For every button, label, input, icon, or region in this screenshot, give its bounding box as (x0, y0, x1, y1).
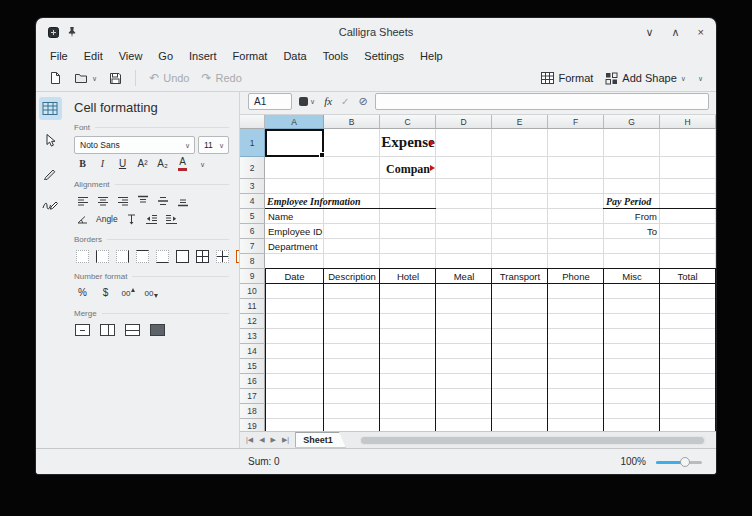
add-shape-button[interactable]: Add Shape ∨ (600, 69, 691, 88)
row-header[interactable]: 12 (240, 314, 265, 329)
font-color-dropdown[interactable]: ∨ (194, 156, 211, 172)
merge-cells-button[interactable] (74, 322, 91, 338)
next-sheet-button[interactable]: ▶ (268, 436, 279, 444)
menu-item-settings[interactable]: Settings (356, 48, 412, 64)
bold-button[interactable]: B (74, 156, 91, 172)
superscript-button[interactable]: A² (134, 156, 151, 172)
zoom-slider[interactable] (656, 456, 702, 468)
maximize-button[interactable]: ∧ (672, 27, 680, 38)
row-header[interactable]: 10 (240, 284, 265, 299)
freehand-path-tool[interactable] (39, 193, 62, 216)
format-button[interactable]: Format (536, 69, 598, 87)
row-header[interactable]: 6 (240, 224, 265, 239)
column-header-c[interactable]: C (380, 115, 436, 129)
decrease-indent-button[interactable] (143, 211, 160, 227)
increase-indent-button[interactable] (163, 211, 180, 227)
named-area-dropdown[interactable]: ∨ (297, 93, 317, 110)
align-top-button[interactable] (134, 193, 151, 209)
minimize-button[interactable]: ∨ (645, 27, 653, 38)
font-size-select[interactable]: 11 ∨ (198, 136, 229, 154)
italic-button[interactable]: I (94, 156, 111, 172)
border-top-button[interactable] (134, 248, 151, 264)
row-header[interactable]: 11 (240, 299, 265, 314)
column-header-f[interactable]: F (548, 115, 604, 129)
percent-format-button[interactable]: % (74, 285, 91, 301)
border-bottom-button[interactable] (154, 248, 171, 264)
row-header[interactable]: 14 (240, 344, 265, 359)
undo-button[interactable]: ↶ Undo (144, 69, 194, 87)
menu-item-edit[interactable]: Edit (76, 48, 111, 64)
cell-formatting-tool[interactable] (39, 97, 62, 120)
calligraphy-tool[interactable] (39, 161, 62, 184)
align-center-button[interactable] (94, 193, 111, 209)
accept-formula-button[interactable]: ✓ (339, 93, 351, 110)
vertical-text-button[interactable] (123, 211, 140, 227)
underline-button[interactable]: U (114, 156, 131, 172)
row-header[interactable]: 15 (240, 359, 265, 374)
row-header[interactable]: 1 (240, 129, 265, 157)
row-header[interactable]: 9 (240, 269, 265, 284)
horizontal-scrollbar[interactable] (360, 436, 706, 445)
border-none-button[interactable] (74, 248, 91, 264)
row-header[interactable]: 2 (240, 157, 265, 179)
new-document-button[interactable] (44, 68, 67, 88)
font-color-button[interactable]: A (174, 156, 191, 172)
menu-item-help[interactable]: Help (412, 48, 451, 64)
currency-format-button[interactable]: $ (97, 285, 114, 301)
text-angle-button[interactable] (74, 211, 91, 227)
cell-selection[interactable] (265, 129, 324, 157)
open-document-button[interactable]: ∨ (69, 69, 102, 88)
align-bottom-button[interactable] (174, 193, 191, 209)
align-right-button[interactable] (114, 193, 131, 209)
row-header[interactable]: 4 (240, 194, 265, 209)
close-button[interactable]: × (698, 27, 704, 38)
subscript-button[interactable]: A₂ (154, 156, 171, 172)
align-middle-button[interactable] (154, 193, 171, 209)
cancel-formula-button[interactable]: ⊘ (356, 93, 369, 110)
shape-selection-tool[interactable] (39, 129, 62, 152)
pin-icon[interactable] (67, 26, 77, 38)
toolbar-overflow-button[interactable]: ∨ (693, 72, 708, 85)
menu-item-format[interactable]: Format (225, 48, 276, 64)
column-header-d[interactable]: D (436, 115, 492, 129)
cell-grid[interactable]: Expense Compan Employee Information Pay … (265, 129, 716, 431)
first-sheet-button[interactable]: |◀ (243, 436, 256, 444)
merge-horizontal-button[interactable] (99, 322, 116, 338)
font-family-select[interactable]: Noto Sans ∨ (74, 136, 195, 154)
column-header-b[interactable]: B (324, 115, 380, 129)
redo-button[interactable]: ↷ Redo (196, 69, 246, 87)
row-header[interactable]: 16 (240, 374, 265, 389)
previous-sheet-button[interactable]: ◀ (256, 436, 267, 444)
last-sheet-button[interactable]: ▶| (279, 436, 292, 444)
dissolve-merge-button[interactable] (149, 322, 166, 338)
cell-reference-box[interactable]: A1 (248, 93, 292, 110)
border-all-button[interactable] (194, 248, 211, 264)
sheet-tab[interactable]: Sheet1 (295, 432, 346, 448)
border-left-button[interactable] (94, 248, 111, 264)
menu-item-tools[interactable]: Tools (315, 48, 357, 64)
insert-function-button[interactable]: fx (322, 93, 334, 110)
column-header-e[interactable]: E (492, 115, 548, 129)
select-all-corner[interactable] (240, 115, 265, 129)
zoom-slider-handle[interactable] (680, 457, 690, 467)
row-header[interactable]: 3 (240, 179, 265, 194)
row-header[interactable]: 18 (240, 404, 265, 419)
formula-input[interactable] (375, 93, 709, 110)
border-inner-button[interactable] (214, 248, 231, 264)
menu-item-view[interactable]: View (111, 48, 151, 64)
menu-item-file[interactable]: File (42, 48, 76, 64)
row-header[interactable]: 7 (240, 239, 265, 254)
menu-item-data[interactable]: Data (275, 48, 314, 64)
column-header-h[interactable]: H (660, 115, 716, 129)
row-header[interactable]: 19 (240, 419, 265, 431)
row-header[interactable]: 8 (240, 254, 265, 269)
row-header[interactable]: 17 (240, 389, 265, 404)
row-header[interactable]: 13 (240, 329, 265, 344)
menu-item-insert[interactable]: Insert (181, 48, 225, 64)
border-right-button[interactable] (114, 248, 131, 264)
scrollbar-thumb[interactable] (361, 437, 704, 444)
column-header-g[interactable]: G (604, 115, 660, 129)
align-left-button[interactable] (74, 193, 91, 209)
row-header[interactable]: 5 (240, 209, 265, 224)
border-outline-button[interactable] (174, 248, 191, 264)
